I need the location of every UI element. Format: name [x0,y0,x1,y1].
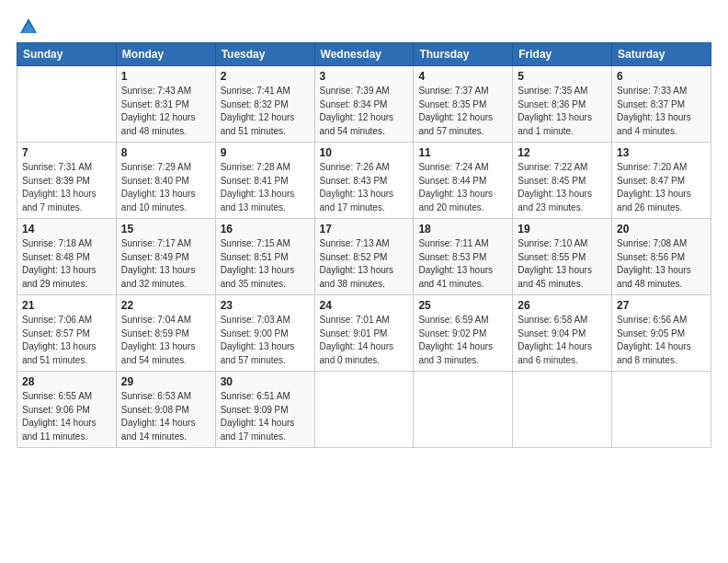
day-info: Sunrise: 7:03 AM Sunset: 9:00 PM Dayligh… [221,314,310,367]
day-info: Sunrise: 7:11 AM Sunset: 8:53 PM Dayligh… [418,237,507,291]
day-number: 3 [320,70,409,83]
week-row-2: 14Sunrise: 7:18 AM Sunset: 8:48 PM Dayli… [17,219,711,295]
day-info: Sunrise: 6:59 AM Sunset: 9:02 PM Dayligh… [418,314,507,367]
day-cell: 1Sunrise: 7:43 AM Sunset: 8:31 PM Daylig… [116,66,215,143]
day-number: 18 [418,223,507,236]
day-number: 11 [418,146,507,159]
day-cell: 3Sunrise: 7:39 AM Sunset: 8:34 PM Daylig… [314,66,414,143]
day-number: 30 [221,375,310,388]
header [17,17,711,33]
calendar-table: SundayMondayTuesdayWednesdayThursdayFrid… [17,42,711,448]
day-number: 12 [518,146,607,159]
day-cell [612,372,711,448]
day-number: 10 [320,146,409,159]
day-cell: 9Sunrise: 7:28 AM Sunset: 8:41 PM Daylig… [215,143,314,219]
day-number: 6 [617,70,706,83]
day-number: 7 [22,146,111,159]
day-number: 28 [22,375,111,388]
day-number: 25 [418,299,507,312]
day-cell: 7Sunrise: 7:31 AM Sunset: 8:39 PM Daylig… [17,143,117,219]
day-cell: 2Sunrise: 7:41 AM Sunset: 8:32 PM Daylig… [215,66,314,143]
day-cell: 23Sunrise: 7:03 AM Sunset: 9:00 PM Dayli… [215,295,314,372]
day-info: Sunrise: 7:43 AM Sunset: 8:31 PM Dayligh… [121,85,210,138]
logo [17,17,39,33]
day-cell: 15Sunrise: 7:17 AM Sunset: 8:49 PM Dayli… [116,219,215,295]
day-info: Sunrise: 6:55 AM Sunset: 9:06 PM Dayligh… [22,390,111,443]
logo-icon [18,17,39,37]
header-cell-sunday: Sunday [17,43,117,66]
day-number: 2 [221,70,310,83]
day-info: Sunrise: 7:06 AM Sunset: 8:57 PM Dayligh… [22,314,111,367]
day-cell: 29Sunrise: 6:53 AM Sunset: 9:08 PM Dayli… [116,372,215,448]
day-number: 27 [617,299,706,312]
day-cell [314,372,414,448]
day-number: 21 [22,299,111,312]
day-cell: 26Sunrise: 6:58 AM Sunset: 9:04 PM Dayli… [513,295,612,372]
page: SundayMondayTuesdayWednesdayThursdayFrid… [0,0,728,563]
day-info: Sunrise: 7:15 AM Sunset: 8:51 PM Dayligh… [221,237,310,291]
header-cell-friday: Friday [513,43,612,66]
day-number: 15 [121,223,210,236]
day-info: Sunrise: 7:35 AM Sunset: 8:36 PM Dayligh… [518,85,607,138]
day-info: Sunrise: 7:28 AM Sunset: 8:41 PM Dayligh… [221,161,310,214]
day-number: 14 [22,223,111,236]
day-number: 16 [221,223,310,236]
day-info: Sunrise: 7:13 AM Sunset: 8:52 PM Dayligh… [320,237,409,291]
day-number: 23 [221,299,310,312]
day-cell: 14Sunrise: 7:18 AM Sunset: 8:48 PM Dayli… [17,219,117,295]
day-cell: 12Sunrise: 7:22 AM Sunset: 8:45 PM Dayli… [513,143,612,219]
day-number: 8 [121,146,210,159]
day-info: Sunrise: 7:20 AM Sunset: 8:47 PM Dayligh… [617,161,706,214]
header-row: SundayMondayTuesdayWednesdayThursdayFrid… [17,43,711,66]
day-cell: 24Sunrise: 7:01 AM Sunset: 9:01 PM Dayli… [314,295,414,372]
day-info: Sunrise: 7:04 AM Sunset: 8:59 PM Dayligh… [121,314,210,367]
day-cell: 4Sunrise: 7:37 AM Sunset: 8:35 PM Daylig… [414,66,513,143]
week-row-1: 7Sunrise: 7:31 AM Sunset: 8:39 PM Daylig… [17,143,711,219]
day-number: 4 [418,70,507,83]
day-info: Sunrise: 7:39 AM Sunset: 8:34 PM Dayligh… [320,85,409,138]
day-cell [414,372,513,448]
day-cell: 18Sunrise: 7:11 AM Sunset: 8:53 PM Dayli… [414,219,513,295]
day-number: 1 [121,70,210,83]
day-cell: 30Sunrise: 6:51 AM Sunset: 9:09 PM Dayli… [215,372,314,448]
header-cell-wednesday: Wednesday [314,43,414,66]
day-info: Sunrise: 6:53 AM Sunset: 9:08 PM Dayligh… [121,390,210,443]
calendar-body: 1Sunrise: 7:43 AM Sunset: 8:31 PM Daylig… [17,66,711,448]
day-cell: 6Sunrise: 7:33 AM Sunset: 8:37 PM Daylig… [612,66,711,143]
day-number: 5 [518,70,607,83]
day-cell: 28Sunrise: 6:55 AM Sunset: 9:06 PM Dayli… [17,372,117,448]
day-number: 24 [320,299,409,312]
day-info: Sunrise: 7:31 AM Sunset: 8:39 PM Dayligh… [22,161,111,214]
day-info: Sunrise: 7:37 AM Sunset: 8:35 PM Dayligh… [418,85,507,138]
day-number: 29 [121,375,210,388]
day-info: Sunrise: 7:10 AM Sunset: 8:55 PM Dayligh… [518,237,607,291]
day-info: Sunrise: 7:18 AM Sunset: 8:48 PM Dayligh… [22,237,111,291]
day-number: 13 [617,146,706,159]
day-info: Sunrise: 6:58 AM Sunset: 9:04 PM Dayligh… [518,314,607,367]
day-cell: 21Sunrise: 7:06 AM Sunset: 8:57 PM Dayli… [17,295,117,372]
day-info: Sunrise: 7:29 AM Sunset: 8:40 PM Dayligh… [121,161,210,214]
day-number: 17 [320,223,409,236]
day-cell: 5Sunrise: 7:35 AM Sunset: 8:36 PM Daylig… [513,66,612,143]
day-cell: 19Sunrise: 7:10 AM Sunset: 8:55 PM Dayli… [513,219,612,295]
day-info: Sunrise: 6:56 AM Sunset: 9:05 PM Dayligh… [617,314,706,367]
day-cell: 16Sunrise: 7:15 AM Sunset: 8:51 PM Dayli… [215,219,314,295]
week-row-4: 28Sunrise: 6:55 AM Sunset: 9:06 PM Dayli… [17,372,711,448]
day-info: Sunrise: 7:26 AM Sunset: 8:43 PM Dayligh… [320,161,409,214]
day-info: Sunrise: 7:22 AM Sunset: 8:45 PM Dayligh… [518,161,607,214]
header-cell-thursday: Thursday [414,43,513,66]
day-cell: 11Sunrise: 7:24 AM Sunset: 8:44 PM Dayli… [414,143,513,219]
day-number: 26 [518,299,607,312]
day-cell: 27Sunrise: 6:56 AM Sunset: 9:05 PM Dayli… [612,295,711,372]
day-cell: 13Sunrise: 7:20 AM Sunset: 8:47 PM Dayli… [612,143,711,219]
day-info: Sunrise: 7:08 AM Sunset: 8:56 PM Dayligh… [617,237,706,291]
day-info: Sunrise: 7:01 AM Sunset: 9:01 PM Dayligh… [320,314,409,367]
day-cell: 17Sunrise: 7:13 AM Sunset: 8:52 PM Dayli… [314,219,414,295]
day-info: Sunrise: 7:33 AM Sunset: 8:37 PM Dayligh… [617,85,706,138]
day-cell: 20Sunrise: 7:08 AM Sunset: 8:56 PM Dayli… [612,219,711,295]
day-cell: 25Sunrise: 6:59 AM Sunset: 9:02 PM Dayli… [414,295,513,372]
day-number: 22 [121,299,210,312]
day-info: Sunrise: 7:41 AM Sunset: 8:32 PM Dayligh… [221,85,310,138]
day-info: Sunrise: 7:24 AM Sunset: 8:44 PM Dayligh… [418,161,507,214]
header-cell-saturday: Saturday [612,43,711,66]
